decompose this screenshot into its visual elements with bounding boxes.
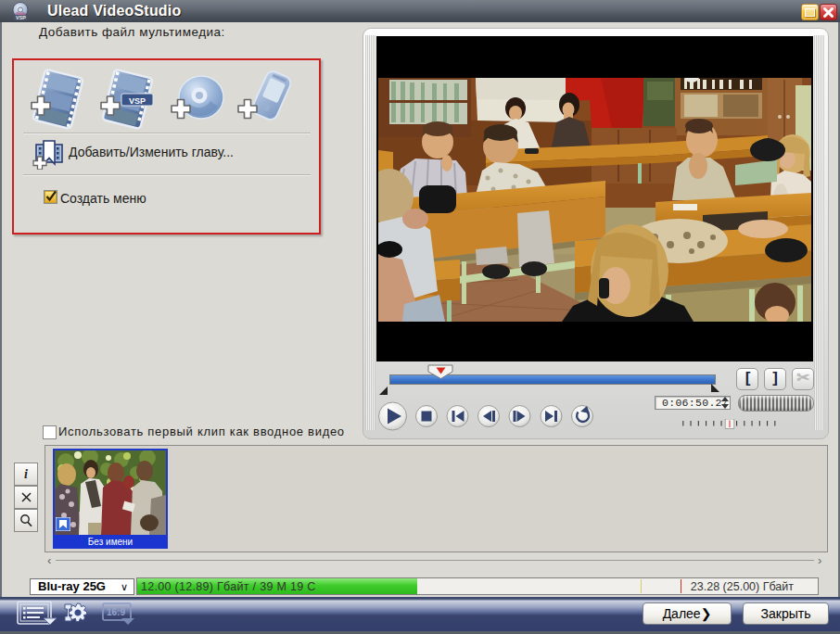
- svg-text:VSP: VSP: [16, 15, 26, 20]
- svg-text:VSP: VSP: [129, 96, 146, 106]
- svg-text:16:9: 16:9: [107, 607, 125, 617]
